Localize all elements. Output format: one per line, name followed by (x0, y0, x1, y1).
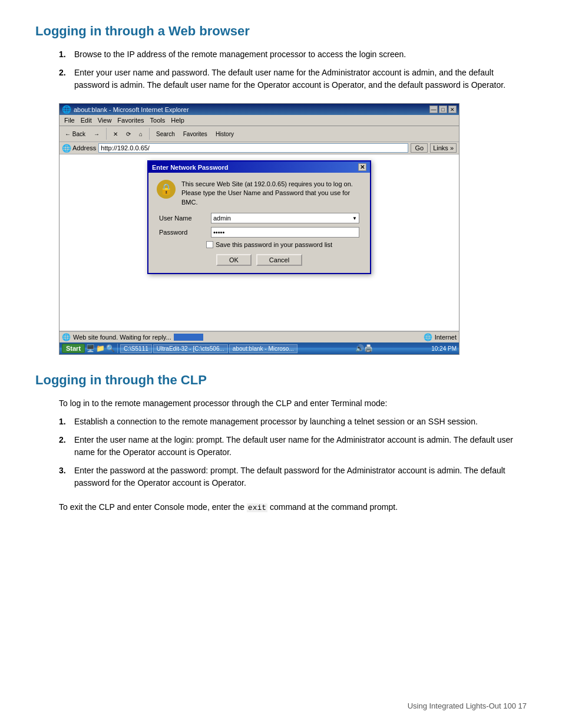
favorites-button[interactable]: Favorites (180, 130, 210, 139)
go-button[interactable]: Go (411, 143, 428, 153)
save-password-label: Save this password in your password list (216, 241, 332, 248)
dialog-overlay: Enter Network Password ✕ 🔒 This secure W… (147, 160, 371, 274)
ie-titlebar: 🌐 about:blank - Microsoft Internet Explo… (59, 104, 459, 115)
start-button[interactable]: Start (62, 344, 85, 353)
cancel-button[interactable]: Cancel (256, 254, 302, 266)
dialog-content: 🔒 This secure Web Site (at 192.0.0.65) r… (148, 173, 370, 273)
menu-help[interactable]: Help (168, 116, 187, 124)
section1-title: Logging in through a Web browser (35, 24, 527, 39)
ie-titlebar-left: 🌐 about:blank - Microsoft Internet Explo… (62, 105, 189, 114)
section2-steps: 1. Establish a connection to the remote … (59, 416, 527, 489)
ie-addressbar: 🌐 Address Go Links » (59, 142, 459, 154)
ie-content: Enter Network Password ✕ 🔒 This secure W… (59, 154, 459, 331)
exit-command: exit (247, 503, 267, 512)
ie-menubar: File Edit View Favorites Tools Help (59, 115, 459, 126)
menu-tools[interactable]: Tools (148, 116, 168, 124)
taskbar-separator (117, 344, 118, 353)
ie-toolbar: ← Back → ✕ ⟳ ⌂ Search Favorites History (59, 126, 459, 142)
save-password-checkbox[interactable] (206, 241, 213, 248)
forward-button[interactable]: → (91, 130, 103, 139)
menu-favorites[interactable]: Favorites (115, 116, 146, 124)
ie-status-right: 🌐 Internet (424, 333, 457, 341)
dialog-buttons: OK Cancel (157, 254, 362, 266)
username-row: User Name admin ▼ (157, 213, 362, 223)
clp-step-2: 2. Enter the user name at the login: pro… (59, 434, 527, 459)
status-text: Web site found. Waiting for reply... (73, 334, 171, 341)
minimize-button[interactable]: — (429, 106, 438, 113)
username-label: User Name (159, 215, 206, 222)
dialog-message-line1: This secure Web Site (at 192.0.0.65) req… (181, 180, 362, 189)
taskbar-item-1[interactable]: UltraEdit-32 - [C:\cts506... (153, 344, 228, 353)
refresh-button[interactable]: ⟳ (123, 130, 134, 139)
section2: Logging in through the CLP To log in to … (35, 373, 527, 514)
address-label-container: 🌐 Address (62, 144, 96, 153)
status-progress-bar (174, 334, 203, 341)
stop-button[interactable]: ✕ (110, 130, 121, 139)
username-dropdown[interactable]: admin ▼ (211, 213, 359, 223)
close-button[interactable]: ✕ (448, 106, 457, 113)
section1-steps: 1. Browse to the IP address of the remot… (59, 48, 527, 91)
ie-taskbar: Start 🖥️ 📁 🔍 C:\S5111 UltraEdit-32 - [C:… (59, 342, 459, 354)
section2-intro: To log in to the remote management proce… (59, 397, 527, 410)
ok-button[interactable]: OK (216, 254, 252, 266)
taskbar-item-0[interactable]: C:\S5111 (120, 344, 152, 353)
menu-view[interactable]: View (95, 116, 114, 124)
dialog-close-button[interactable]: ✕ (358, 163, 366, 171)
password-label: Password (159, 229, 206, 236)
links-button[interactable]: Links » (430, 143, 457, 153)
section2-title: Logging in through the CLP (35, 373, 527, 388)
clp-step-3: 3. Enter the password at the password: p… (59, 465, 527, 489)
page-footer: Using Integrated Lights-Out 100 17 (408, 701, 527, 710)
home-button[interactable]: ⌂ (136, 130, 146, 139)
enter-network-password-dialog: Enter Network Password ✕ 🔒 This secure W… (147, 160, 371, 274)
password-row: Password (157, 227, 362, 238)
address-input[interactable] (98, 143, 408, 153)
ie-titlebar-right: — □ ✕ (429, 106, 457, 113)
taskbar-item-2[interactable]: about:blank - Microso... (229, 344, 297, 353)
browser-screenshot: 🌐 about:blank - Microsoft Internet Explo… (59, 103, 459, 355)
taskbar-time: 10:24 PM (431, 345, 457, 352)
username-value: admin (213, 215, 231, 222)
maximize-button[interactable]: □ (439, 106, 447, 113)
history-button[interactable]: History (213, 130, 237, 139)
dialog-titlebar: Enter Network Password ✕ (148, 162, 370, 173)
toolbar-separator (106, 128, 107, 140)
step-1: 1. Browse to the IP address of the remot… (59, 48, 527, 61)
toolbar-separator-2 (149, 128, 150, 140)
ie-statusbar: 🌐 Web site found. Waiting for reply... 🌐… (59, 331, 459, 342)
back-button[interactable]: ← Back (62, 130, 88, 139)
status-zone: Internet (435, 334, 457, 341)
ie-status-left: 🌐 Web site found. Waiting for reply... (62, 333, 424, 341)
menu-edit[interactable]: Edit (78, 116, 94, 124)
menu-file[interactable]: File (62, 116, 77, 124)
dialog-icon-row: 🔒 This secure Web Site (at 192.0.0.65) r… (157, 180, 362, 207)
section2-outro: To exit the CLP and enter Console mode, … (59, 501, 527, 514)
dialog-lock-icon: 🔒 (157, 180, 176, 199)
step-2: 2. Enter your user name and password. Th… (59, 67, 527, 91)
address-label: Address (72, 144, 96, 151)
dropdown-arrow-icon: ▼ (352, 216, 357, 221)
dialog-title: Enter Network Password (152, 164, 229, 171)
dialog-message-line2: Please type the User Name and Password t… (181, 189, 362, 207)
dialog-message: This secure Web Site (at 192.0.0.65) req… (181, 180, 362, 207)
clp-step-1: 1. Establish a connection to the remote … (59, 416, 527, 428)
password-input[interactable] (211, 227, 359, 238)
search-button[interactable]: Search (153, 130, 178, 139)
save-password-row: Save this password in your password list (206, 241, 362, 248)
